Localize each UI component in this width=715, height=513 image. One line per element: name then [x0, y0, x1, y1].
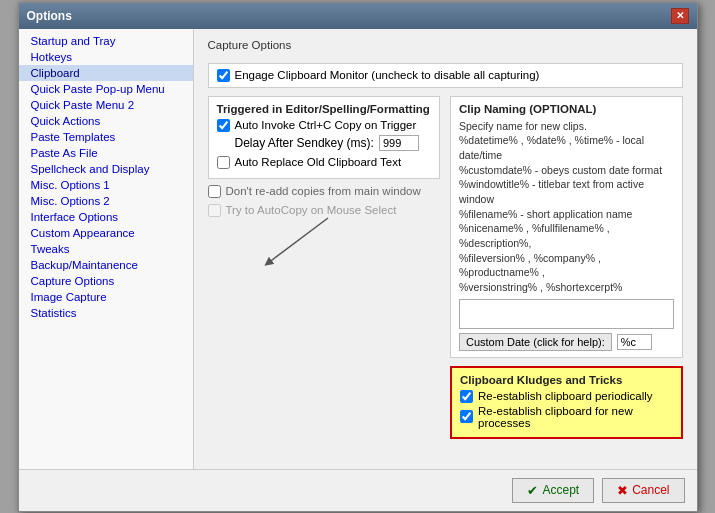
cancel-button[interactable]: ✖ Cancel [602, 478, 684, 503]
sidebar-item[interactable]: Backup/Maintanence [19, 257, 193, 273]
autocopy-checkbox[interactable] [208, 204, 221, 217]
reestablish-new-checkbox[interactable] [460, 410, 473, 423]
sidebar-item[interactable]: Tweaks [19, 241, 193, 257]
sidebar-item[interactable]: Paste As File [19, 145, 193, 161]
auto-invoke-checkbox[interactable] [217, 119, 230, 132]
sidebar-item[interactable]: Hotkeys [19, 49, 193, 65]
check-icon: ✔ [527, 483, 538, 498]
sidebar-item[interactable]: Interface Options [19, 209, 193, 225]
clip-naming-group: Clip Naming (OPTIONAL) Specify name for … [450, 96, 683, 358]
custom-date-button[interactable]: Custom Date (click for help): [459, 333, 612, 351]
custom-date-row: Custom Date (click for help): [459, 333, 674, 351]
sidebar-item[interactable]: Paste Templates [19, 129, 193, 145]
sidebar-item[interactable]: Statistics [19, 305, 193, 321]
engage-label: Engage Clipboard Monitor (uncheck to dis… [235, 69, 540, 81]
arrow-icon [238, 213, 358, 268]
main-panel: Capture Options Engage Clipboard Monitor… [194, 29, 697, 469]
main-content: Startup and TrayHotkeysClipboardQuick Pa… [19, 29, 697, 469]
svg-line-0 [268, 218, 328, 263]
clip-naming-text: Specify name for new clips. %datetime% ,… [459, 119, 674, 295]
dont-reread-checkbox[interactable] [208, 185, 221, 198]
custom-date-input[interactable] [617, 334, 652, 350]
accept-button[interactable]: ✔ Accept [512, 478, 594, 503]
sidebar-item[interactable]: Quick Paste Menu 2 [19, 97, 193, 113]
reestablish-new-label: Re-establish clipboard for new processes [478, 405, 673, 429]
reestablish-row: Re-establish clipboard periodically [460, 390, 673, 403]
sidebar-item[interactable]: Image Capture [19, 289, 193, 305]
clip-name-input-area[interactable] [459, 299, 674, 329]
right-col: Clip Naming (OPTIONAL) Specify name for … [450, 96, 683, 459]
sidebar-item[interactable]: Quick Paste Pop-up Menu [19, 81, 193, 97]
two-col-section: Triggered in Editor/Spelling/Formatting … [208, 96, 683, 459]
trigger-section-label: Triggered in Editor/Spelling/Formatting [217, 103, 432, 115]
auto-invoke-label: Auto Invoke Ctrl+C Copy on Trigger [235, 119, 417, 131]
bottom-bar: ✔ Accept ✖ Cancel [19, 469, 697, 511]
tricks-title: Clipboard Kludges and Tricks [460, 374, 673, 386]
sidebar-item[interactable]: Startup and Tray [19, 33, 193, 49]
auto-replace-checkbox[interactable] [217, 156, 230, 169]
sidebar-item[interactable]: Clipboard [19, 65, 193, 81]
auto-replace-row: Auto Replace Old Clipboard Text [217, 156, 432, 169]
reestablish-new-row: Re-establish clipboard for new processes [460, 405, 673, 429]
delay-input[interactable] [379, 135, 419, 151]
engage-row: Engage Clipboard Monitor (uncheck to dis… [208, 63, 683, 88]
left-col: Triggered in Editor/Spelling/Formatting … [208, 96, 441, 459]
cancel-label: Cancel [632, 483, 669, 497]
reestablish-checkbox[interactable] [460, 390, 473, 403]
clip-naming-label: Clip Naming (OPTIONAL) [459, 103, 674, 115]
sidebar: Startup and TrayHotkeysClipboardQuick Pa… [19, 29, 194, 469]
arrow-area [208, 223, 441, 263]
sidebar-item[interactable]: Custom Appearance [19, 225, 193, 241]
auto-invoke-row: Auto Invoke Ctrl+C Copy on Trigger [217, 119, 432, 132]
sidebar-item[interactable]: Quick Actions [19, 113, 193, 129]
trigger-group: Triggered in Editor/Spelling/Formatting … [208, 96, 441, 179]
engage-checkbox[interactable] [217, 69, 230, 82]
capture-options-label: Capture Options [208, 39, 683, 51]
options-window: Options ✕ Startup and TrayHotkeysClipboa… [18, 2, 698, 512]
sidebar-item[interactable]: Misc. Options 2 [19, 193, 193, 209]
delay-row: Delay After Sendkey (ms): [235, 135, 432, 151]
dont-reread-row: Don't re-add copies from main window [208, 185, 441, 198]
reestablish-label: Re-establish clipboard periodically [478, 390, 653, 402]
close-button[interactable]: ✕ [671, 8, 689, 24]
auto-replace-label: Auto Replace Old Clipboard Text [235, 156, 402, 168]
dont-reread-label: Don't re-add copies from main window [226, 185, 421, 197]
delay-label: Delay After Sendkey (ms): [235, 136, 374, 150]
sidebar-item[interactable]: Misc. Options 1 [19, 177, 193, 193]
window-title: Options [27, 9, 72, 23]
clipboard-tricks-box: Clipboard Kludges and Tricks Re-establis… [450, 366, 683, 439]
x-icon: ✖ [617, 483, 628, 498]
sidebar-item[interactable]: Capture Options [19, 273, 193, 289]
accept-label: Accept [542, 483, 579, 497]
sidebar-item[interactable]: Spellcheck and Display [19, 161, 193, 177]
title-bar: Options ✕ [19, 3, 697, 29]
